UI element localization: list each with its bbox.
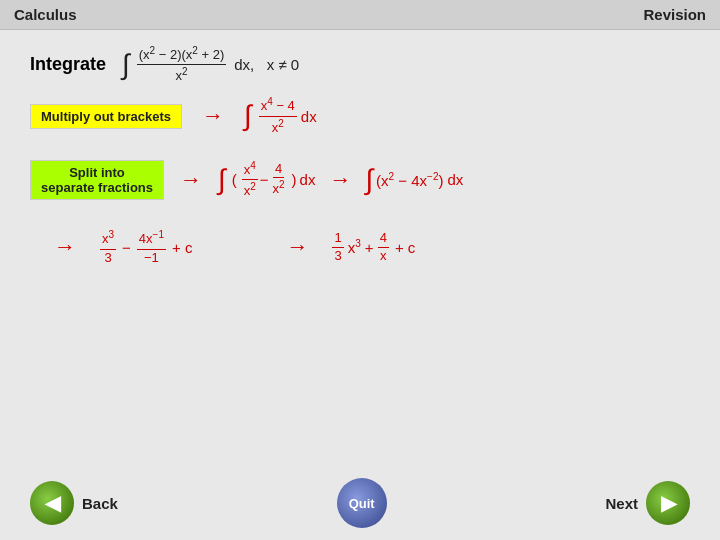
back-icon: ◀	[30, 481, 74, 525]
next-button[interactable]: Next ▶	[605, 481, 690, 525]
arrow2: →	[180, 167, 202, 193]
step3-result1: x3 3 − 4x−1 −1 + c	[98, 228, 192, 266]
main-area: Integrate ∫ (x2 − 2)(x2 + 2) x2 dx, x ≠ …	[0, 30, 720, 266]
arrow4: →	[54, 234, 76, 260]
main-formula: ∫ (x2 − 2)(x2 + 2) x2 dx, x ≠ 0	[122, 44, 299, 85]
step2-result1: ∫ ( x4 x2 − 4 x2 ) dx	[218, 159, 315, 200]
footer: ◀ Back Quit Next ▶	[0, 470, 720, 540]
arrow5: →	[286, 234, 308, 260]
header-title: Calculus	[14, 6, 77, 23]
arrow3: →	[329, 167, 351, 193]
header-revision: Revision	[643, 6, 706, 23]
next-icon: ▶	[646, 481, 690, 525]
step3-row: → x3 3 − 4x−1 −1 + c → 1 3 x3 + 4	[40, 228, 690, 266]
step1-result: ∫ x4 − 4 x2 dx	[244, 95, 317, 136]
back-label: Back	[82, 495, 118, 512]
quit-button[interactable]: Quit	[337, 478, 387, 528]
quit-label: Quit	[349, 496, 375, 511]
back-button[interactable]: ◀ Back	[30, 481, 118, 525]
step1-row: Multiply out brackets → ∫ x4 − 4 x2 dx	[30, 95, 690, 136]
arrow1: →	[202, 103, 224, 129]
header: Calculus Revision	[0, 0, 720, 30]
step2-box: Split into separate fractions	[30, 160, 164, 200]
step3-result2: 1 3 x3 + 4 x + c	[330, 230, 415, 265]
integrate-label: Integrate	[30, 54, 106, 75]
step1-box: Multiply out brackets	[30, 104, 182, 129]
step2-row: Split into separate fractions → ∫ ( x4 x…	[30, 159, 690, 200]
step2-result2: ∫ (x2 − 4x−2) dx	[365, 164, 463, 196]
next-label: Next	[605, 495, 638, 512]
